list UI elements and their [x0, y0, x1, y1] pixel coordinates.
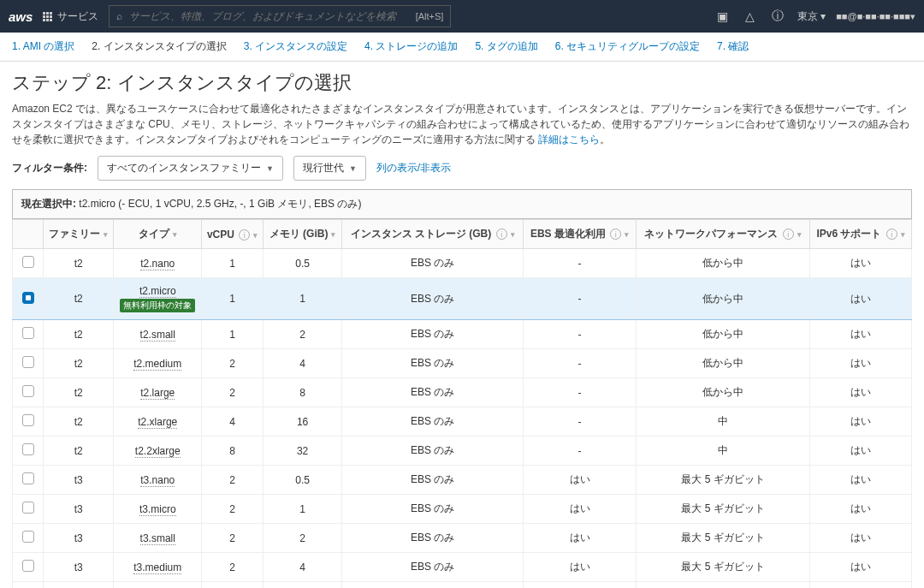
- wizard-step-3[interactable]: 3. インスタンスの設定: [244, 39, 347, 54]
- table-row[interactable]: t2 t2.large 2 8 EBS のみ - 低から中 はい: [13, 378, 912, 407]
- family-filter-dropdown[interactable]: すべてのインスタンスファミリー▼: [98, 156, 283, 181]
- cell-vcpu: 2: [201, 349, 263, 378]
- info-icon[interactable]: i: [239, 229, 250, 241]
- cell-vcpu: 2: [201, 582, 263, 589]
- services-menu[interactable]: サービス: [43, 9, 98, 24]
- col-family[interactable]: ファミリー▾: [44, 220, 114, 249]
- table-row[interactable]: t3 t3.small 2 2 EBS のみ はい 最大 5 ギガビット はい: [13, 524, 912, 553]
- instance-type-table: ファミリー▾ タイプ▾ vCPU i▾ メモリ (GiB)▾ インスタンス スト…: [12, 219, 912, 588]
- info-icon[interactable]: i: [783, 229, 794, 240]
- cell-network: 低から中: [636, 278, 809, 320]
- row-checkbox[interactable]: [22, 443, 34, 455]
- aws-logo[interactable]: aws: [9, 9, 33, 24]
- row-checkbox[interactable]: [22, 256, 34, 268]
- col-storage[interactable]: インスタンス ストレージ (GB) i▾: [341, 220, 524, 249]
- cell-family: t3: [44, 466, 114, 495]
- row-checkbox[interactable]: [22, 356, 34, 368]
- cell-ipv6: はい: [810, 553, 912, 582]
- filter-row: フィルター条件: すべてのインスタンスファミリー▼ 現行世代▼ 列の表示/非表示: [12, 156, 912, 181]
- col-vcpu[interactable]: vCPU i▾: [201, 220, 263, 249]
- cell-storage: EBS のみ: [341, 582, 524, 589]
- user-menu[interactable]: ■■@■·■■·■■·■■■▾: [836, 11, 915, 22]
- cell-memory: 8: [264, 378, 342, 407]
- cell-ebs: -: [524, 249, 636, 278]
- table-row[interactable]: t3 t3.medium 2 4 EBS のみ はい 最大 5 ギガビット はい: [13, 553, 912, 582]
- table-row[interactable]: t3 t3.micro 2 1 EBS のみ はい 最大 5 ギガビット はい: [13, 495, 912, 524]
- cell-type: t2.nano: [114, 249, 202, 278]
- row-checkbox[interactable]: [22, 414, 34, 426]
- wizard-step-6[interactable]: 6. セキュリティグループの設定: [555, 39, 700, 54]
- row-checkbox[interactable]: [22, 385, 34, 397]
- info-icon[interactable]: i: [886, 229, 897, 240]
- col-ebs[interactable]: EBS 最適化利用 i▾: [524, 220, 636, 249]
- wizard-step-7[interactable]: 7. 確認: [717, 39, 749, 54]
- cell-ebs: -: [524, 278, 636, 320]
- cell-type: t2.large: [114, 378, 202, 407]
- region-selector[interactable]: 東京 ▾: [797, 9, 826, 24]
- cell-memory: 16: [264, 407, 342, 437]
- cell-ipv6: はい: [810, 349, 912, 378]
- table-row[interactable]: t2 t2.2xlarge 8 32 EBS のみ - 中 はい: [13, 437, 912, 466]
- cell-ebs: はい: [524, 495, 636, 524]
- cell-ipv6: はい: [810, 495, 912, 524]
- row-checkbox[interactable]: [22, 531, 34, 543]
- cell-memory: 1: [264, 278, 342, 320]
- free-tier-badge: 無料利用枠の対象: [120, 299, 195, 312]
- cell-ipv6: はい: [810, 320, 912, 349]
- table-row[interactable]: t2 t2.nano 1 0.5 EBS のみ - 低から中 はい: [13, 249, 912, 278]
- cell-type: t2.2xlarge: [114, 437, 202, 466]
- row-checkbox[interactable]: [22, 502, 34, 514]
- cell-family: t2: [44, 320, 114, 349]
- wizard-step-4[interactable]: 4. ストレージの追加: [364, 39, 458, 54]
- cell-storage: EBS のみ: [341, 524, 524, 553]
- cell-network: 最大 5 ギガビット: [636, 582, 809, 589]
- table-row[interactable]: t3 t3.large 2 8 EBS のみ はい 最大 5 ギガビット はい: [13, 582, 912, 589]
- row-checkbox[interactable]: [22, 327, 34, 339]
- wizard-nav: 1. AMI の選択 2. インスタンスタイプの選択 3. インスタンスの設定 …: [0, 33, 924, 62]
- col-type[interactable]: タイプ▾: [114, 220, 202, 249]
- row-checkbox[interactable]: [22, 292, 34, 304]
- row-checkbox[interactable]: [22, 472, 34, 484]
- cell-network: 低から中: [636, 249, 809, 278]
- cell-storage: EBS のみ: [341, 495, 524, 524]
- generation-filter-dropdown[interactable]: 現行世代▼: [293, 156, 366, 181]
- table-row[interactable]: t2 t2.xlarge 4 16 EBS のみ - 中 はい: [13, 407, 912, 437]
- wizard-step-2[interactable]: 2. インスタンスタイプの選択: [92, 39, 226, 54]
- columns-toggle-link[interactable]: 列の表示/非表示: [376, 161, 451, 175]
- col-ipv6[interactable]: IPv6 サポート i▾: [810, 220, 912, 249]
- learn-more-link[interactable]: 詳細はこちら: [538, 134, 600, 146]
- search-input[interactable]: [129, 10, 408, 22]
- table-row[interactable]: t2 t2.micro無料利用枠の対象 1 1 EBS のみ - 低から中 はい: [13, 278, 912, 320]
- cell-vcpu: 2: [201, 466, 263, 495]
- wizard-step-5[interactable]: 5. タグの追加: [475, 39, 537, 54]
- cell-type: t2.small: [114, 320, 202, 349]
- cell-ipv6: はい: [810, 582, 912, 589]
- chevron-down-icon: ▼: [266, 164, 274, 173]
- col-checkbox: [13, 220, 44, 249]
- table-row[interactable]: t2 t2.small 1 2 EBS のみ - 低から中 はい: [13, 320, 912, 349]
- col-network[interactable]: ネットワークパフォーマンス i▾: [636, 220, 809, 249]
- cell-type: t2.medium: [114, 349, 202, 378]
- cell-network: 最大 5 ギガビット: [636, 495, 809, 524]
- cell-type: t3.micro: [114, 495, 202, 524]
- wizard-step-1[interactable]: 1. AMI の選択: [12, 39, 74, 54]
- notifications-icon[interactable]: △: [742, 9, 758, 23]
- info-icon[interactable]: i: [610, 229, 621, 240]
- cell-network: 低から中: [636, 349, 809, 378]
- cell-vcpu: 1: [201, 320, 263, 349]
- main-content: ステップ 2: インスタンスタイプの選択 Amazon EC2 では、異なるユー…: [0, 62, 924, 588]
- cell-type: t2.xlarge: [114, 407, 202, 437]
- cloudshell-icon[interactable]: ▣: [714, 9, 732, 23]
- cell-family: t2: [44, 407, 114, 437]
- col-memory[interactable]: メモリ (GiB)▾: [264, 220, 342, 249]
- cell-ipv6: はい: [810, 378, 912, 407]
- table-row[interactable]: t3 t3.nano 2 0.5 EBS のみ はい 最大 5 ギガビット はい: [13, 466, 912, 495]
- cell-type: t3.medium: [114, 553, 202, 582]
- cell-ebs: -: [524, 378, 636, 407]
- page-title: ステップ 2: インスタンスタイプの選択: [12, 70, 912, 96]
- help-icon[interactable]: ⓘ: [768, 9, 787, 24]
- row-checkbox[interactable]: [22, 560, 34, 572]
- search-box[interactable]: ⌕ [Alt+S]: [109, 5, 451, 27]
- table-row[interactable]: t2 t2.medium 2 4 EBS のみ - 低から中 はい: [13, 349, 912, 378]
- info-icon[interactable]: i: [496, 229, 507, 240]
